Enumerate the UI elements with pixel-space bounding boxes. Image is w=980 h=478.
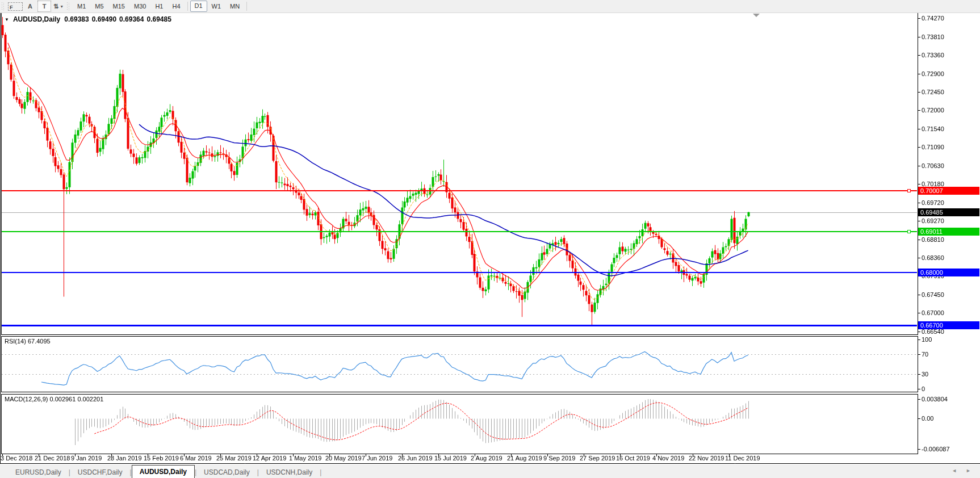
date-tick-label: 25 Mar 2019 xyxy=(216,455,252,462)
date-tick-label: 27 Sep 2019 xyxy=(580,455,615,462)
macd-tick-label: 0.003804 xyxy=(922,395,948,403)
date-tick-label: 11 Dec 2019 xyxy=(725,455,760,462)
tab-scroll-right-icon[interactable]: ► xyxy=(966,468,971,473)
chart-title: ▼ AUDUSD,Daily 0.69383 0.69490 0.69364 0… xyxy=(5,15,171,23)
rsi-tick-label: 100 xyxy=(922,336,932,343)
tab-usdcnh[interactable]: USDCNH,Daily xyxy=(259,467,320,478)
date-tick-label: 15 Feb 2019 xyxy=(144,455,179,462)
last-price-label: 0.69485 xyxy=(918,208,979,216)
date-tick-label: 21 Aug 2019 xyxy=(507,455,542,462)
toolbar-grip[interactable] xyxy=(2,2,5,10)
date-tick-label: 22 Nov 2019 xyxy=(689,455,724,462)
chevron-down-icon: ▼ xyxy=(60,5,64,9)
date-tick-label: 26 Jun 2019 xyxy=(398,455,433,462)
date-tick-label: 4 Nov 2019 xyxy=(652,455,684,462)
macd-indicator-label: MACD(12,26,9) 0.002961 0.002201 xyxy=(5,396,103,402)
price-tick-label: 0.69270 xyxy=(922,217,944,225)
price-tick-label: 0.73360 xyxy=(922,51,944,59)
price-tick-label: 0.74270 xyxy=(922,14,944,22)
timeframe-h1[interactable]: H1 xyxy=(150,1,167,11)
date-tick-label: 16 Oct 2019 xyxy=(616,455,650,462)
hline-price-label: 0.69011 xyxy=(918,228,979,236)
date-tick-label: 9 Sep 2019 xyxy=(543,455,575,462)
date-tick-label: 12 Apr 2019 xyxy=(253,455,286,462)
toolbar-grip-2[interactable] xyxy=(67,2,70,10)
macd-tick-label: 0.00 xyxy=(922,414,933,422)
text-label-icon[interactable]: T xyxy=(37,1,51,12)
ohlc-close: 0.69485 xyxy=(146,15,171,23)
price-tick-label: 0.70630 xyxy=(922,162,944,170)
price-tick-label: 0.67000 xyxy=(922,309,944,317)
ohlc-open: 0.69383 xyxy=(64,15,89,23)
timeframe-h4[interactable]: H4 xyxy=(167,1,185,11)
rsi-tick-label: 0 xyxy=(922,385,925,393)
toolbar-separator xyxy=(187,2,188,11)
toolbar-separator xyxy=(246,2,247,11)
ohlc-high: 0.69490 xyxy=(92,15,116,23)
chart-symbol-label: AUDUSD,Daily xyxy=(13,15,60,23)
ohlc-readout: 0.69383 0.69490 0.69364 0.69485 xyxy=(64,15,171,23)
hline-price-label: 0.70007 xyxy=(918,187,979,195)
price-tick-label: 0.68810 xyxy=(922,236,944,244)
arrows-glyph: ⇅ xyxy=(53,3,58,10)
rsi-indicator-label: RSI(14) 67.4095 xyxy=(5,338,51,345)
tab-audusd[interactable]: AUDUSD,Daily xyxy=(132,465,195,478)
date-tick-label: 20 May 2019 xyxy=(325,455,362,462)
date-tick-label: 2 Aug 2019 xyxy=(471,455,502,462)
timeframe-group: M1M5M15M30H1H4D1W1MN xyxy=(73,1,244,12)
fibonacci-retracement-icon[interactable]: F xyxy=(8,2,23,11)
tab-usdchf[interactable]: USDCHF,Daily xyxy=(70,467,130,478)
text-icon[interactable]: A xyxy=(24,1,36,11)
timeframe-m30[interactable]: M30 xyxy=(129,1,150,11)
chart-dropdown-icon[interactable]: ▼ xyxy=(5,17,9,22)
price-tick-label: 0.72450 xyxy=(922,88,944,96)
chart-tab-bar: EURUSD,Daily|USDCHF,Daily|AUDUSD,Daily|U… xyxy=(0,464,980,478)
date-tick-label: 21 Dec 2018 xyxy=(35,455,70,462)
price-tick-label: 0.72000 xyxy=(922,106,944,114)
price-tick-label: 0.73810 xyxy=(922,33,944,41)
date-tick-label: 1 May 2019 xyxy=(289,455,321,462)
tab-scroll-controls: ◄ ► xyxy=(952,468,971,473)
price-tick-label: 0.71540 xyxy=(922,125,944,133)
date-tick-label: 28 Jan 2019 xyxy=(107,455,142,462)
price-chart-canvas[interactable] xyxy=(0,0,980,478)
arrows-icon[interactable]: ⇅▼ xyxy=(52,1,65,11)
price-tick-label: 0.72900 xyxy=(922,70,944,78)
timeframe-mn[interactable]: MN xyxy=(225,1,244,11)
tab-eurusd[interactable]: EURUSD,Daily xyxy=(8,467,69,478)
date-tick-label: 9 Jan 2019 xyxy=(71,455,102,462)
timeframe-w1[interactable]: W1 xyxy=(207,1,226,11)
price-tick-label: 0.71090 xyxy=(922,143,944,151)
timeframe-d1[interactable]: D1 xyxy=(190,1,207,12)
rsi-tick-label: 70 xyxy=(922,350,928,358)
ohlc-low: 0.69364 xyxy=(119,15,144,23)
date-tick-label: 6 Mar 2019 xyxy=(180,455,212,462)
hline-price-label: 0.68000 xyxy=(918,269,979,276)
rsi-tick-label: 30 xyxy=(922,370,928,378)
price-tick-label: 0.67450 xyxy=(922,291,944,299)
price-tick-label: 0.68360 xyxy=(922,254,944,262)
tab-usdcad[interactable]: USDCAD,Daily xyxy=(196,467,257,478)
tab-scroll-left-icon[interactable]: ◄ xyxy=(952,468,957,473)
date-tick-label: 7 Jun 2019 xyxy=(362,455,392,462)
tab-separator: | xyxy=(320,467,321,478)
macd-tick-label: -0.006087 xyxy=(922,445,950,453)
timeframe-m1[interactable]: M1 xyxy=(73,1,90,11)
price-tick-label: 0.69720 xyxy=(922,199,944,207)
hline-price-label: 0.66700 xyxy=(918,321,979,329)
timeframe-m15[interactable]: M15 xyxy=(108,1,129,11)
top-toolbar: F A T ⇅▼ M1M5M15M30H1H4D1W1MN xyxy=(0,0,980,13)
date-tick-label: 15 Jul 2019 xyxy=(434,455,467,462)
date-tick-label: 3 Dec 2018 xyxy=(1,455,32,462)
timeframe-m5[interactable]: M5 xyxy=(90,1,108,11)
